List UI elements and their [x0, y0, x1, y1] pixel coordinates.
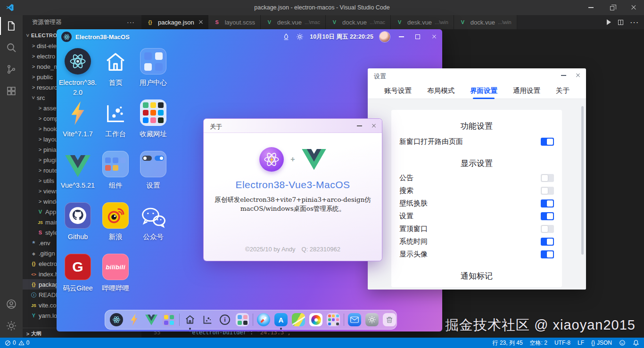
- workbench-chart-icon: [103, 101, 128, 126]
- settings-tab-account[interactable]: 账号设置: [384, 83, 412, 99]
- window-title: package.json - electron-macos - Visual S…: [94, 0, 550, 15]
- explorer-icon[interactable]: [0, 15, 23, 37]
- split-editor-icon[interactable]: [618, 20, 623, 25]
- language-mode[interactable]: {}JSON: [591, 340, 612, 346]
- dock-appstore-icon[interactable]: [274, 313, 288, 327]
- app-close-icon[interactable]: [429, 29, 439, 44]
- settings-toggles-icon: [140, 151, 166, 177]
- encoding[interactable]: UTF-8: [554, 340, 570, 346]
- settings-tab-interface[interactable]: 界面设置: [470, 83, 497, 99]
- desktop-icon-wechat[interactable]: 公众号: [133, 201, 173, 242]
- avatar[interactable]: [380, 32, 390, 42]
- chevron-icon: [37, 147, 43, 152]
- dock-workbench-icon[interactable]: [200, 313, 215, 327]
- app-maximize-icon[interactable]: [413, 29, 423, 44]
- tab-layout-scss[interactable]: layout.scss: [208, 15, 261, 29]
- desktop-icon-vite[interactable]: Vite^7.1.7: [58, 99, 98, 139]
- app-minimize-icon[interactable]: [396, 29, 406, 44]
- dock-mail-icon[interactable]: [347, 313, 362, 327]
- dock-launchpad-icon[interactable]: [326, 313, 340, 327]
- settings-tab-about[interactable]: 关于: [556, 83, 570, 99]
- about-close-icon[interactable]: [367, 119, 381, 133]
- info-file-icon: [31, 292, 36, 298]
- desktop-icon-gitee[interactable]: G 码云Gitee: [58, 253, 98, 293]
- settings-scrollbar[interactable]: [581, 106, 584, 255]
- desktop-icon-home[interactable]: 首页: [96, 47, 135, 88]
- errors-indicator[interactable]: 0: [5, 340, 16, 346]
- search-icon[interactable]: [0, 37, 23, 58]
- feedback-icon[interactable]: [619, 340, 626, 346]
- tab-desk-vue-mac[interactable]: desk.vue...\mac: [261, 15, 326, 29]
- desktop-icon-weibo[interactable]: 新浪: [96, 201, 135, 242]
- dock-widgets-icon[interactable]: [162, 313, 176, 327]
- desktop-icon-vue[interactable]: Vue^3.5.21: [58, 150, 98, 191]
- desktop-icon-components[interactable]: 组件: [96, 150, 135, 191]
- settings-card: 功能设置 新窗口打开路由页面 显示设置 公告 搜索 壁纸换肤 设置: [391, 110, 562, 287]
- desktop-icon-user-center[interactable]: 用户中心: [133, 47, 173, 88]
- dock-safari-icon[interactable]: [256, 313, 271, 327]
- warnings-indicator[interactable]: 0: [18, 340, 30, 346]
- toggle-new-window[interactable]: [541, 138, 554, 146]
- dock-separator: [253, 314, 253, 326]
- tab-dock-vue-mac[interactable]: dock.vue...\mac: [326, 15, 391, 29]
- app-settings-gear-icon[interactable]: [296, 33, 304, 41]
- tab-package-json[interactable]: package.json: [141, 15, 208, 29]
- dock-photos-icon[interactable]: [309, 313, 323, 327]
- desktop-icon-settings[interactable]: 设置: [133, 150, 173, 191]
- desktop-icon-github[interactable]: Github: [58, 201, 98, 242]
- tab-desk-vue-win[interactable]: desk.vue...\win: [391, 15, 454, 29]
- editor-more-icon[interactable]: ···: [630, 19, 639, 26]
- chevron-icon: [30, 43, 37, 49]
- electron-logo-icon: [61, 32, 72, 42]
- desktop-icon-electron[interactable]: Electron^38.2.0: [58, 47, 98, 98]
- dock-separator: [344, 314, 344, 326]
- account-icon[interactable]: [0, 293, 23, 315]
- wallpaper-skin-icon[interactable]: [282, 33, 290, 41]
- tab-close-icon[interactable]: [199, 20, 203, 24]
- settings-close-icon[interactable]: [571, 68, 585, 83]
- dock-trash-icon[interactable]: [382, 313, 396, 327]
- dock-system-settings-icon[interactable]: [365, 313, 379, 327]
- about-titlebar: 关于: [204, 119, 382, 133]
- about-minimize-icon[interactable]: [352, 119, 366, 133]
- desktop-icon-bilibili[interactable]: bilibili 哔哩哔哩: [96, 253, 135, 293]
- settings-minimize-icon[interactable]: [556, 68, 570, 83]
- settings-tab-layout[interactable]: 布局模式: [427, 83, 454, 99]
- setting-row-system-time: 系统时间: [391, 235, 562, 248]
- weibo-icon: [102, 202, 129, 229]
- toggle-avatar[interactable]: [541, 250, 554, 258]
- tab-dock-vue-win[interactable]: dock.vue...\win: [454, 15, 517, 29]
- dock-vite-icon[interactable]: [127, 313, 141, 327]
- desktop-icon-favorites[interactable]: 收藏网址: [133, 99, 173, 139]
- dock-user-center-icon[interactable]: [235, 313, 249, 327]
- dock-maps-icon[interactable]: [291, 313, 305, 327]
- dock-vue-icon[interactable]: [144, 313, 158, 327]
- extensions-icon[interactable]: [0, 80, 23, 102]
- restore-icon[interactable]: [602, 0, 623, 15]
- indentation[interactable]: 空格: 2: [530, 339, 547, 347]
- dock-about-info-icon[interactable]: [218, 313, 232, 327]
- dock-home-icon[interactable]: [183, 313, 197, 327]
- close-icon[interactable]: [623, 0, 644, 15]
- toggle-search[interactable]: [541, 187, 554, 195]
- html-file-icon: [30, 272, 37, 277]
- toggle-settings[interactable]: [541, 212, 554, 220]
- minimize-icon[interactable]: [580, 0, 602, 15]
- source-control-icon[interactable]: [0, 58, 23, 80]
- settings-gear-icon[interactable]: [0, 315, 23, 337]
- run-icon[interactable]: [607, 19, 611, 25]
- settings-body: 功能设置 新窗口打开路由页面 显示设置 公告 搜索 壁纸换肤 设置: [368, 99, 586, 290]
- desktop-icon-workbench[interactable]: 工作台: [96, 99, 135, 139]
- system-clock[interactable]: 10月10日 周五 22:20:25: [310, 33, 373, 41]
- toggle-wallpaper[interactable]: [541, 199, 554, 207]
- settings-tab-general[interactable]: 通用设置: [513, 83, 540, 99]
- eol[interactable]: LF: [578, 340, 584, 346]
- toggle-pin-window[interactable]: [541, 225, 554, 233]
- notifications-bell-icon[interactable]: [633, 340, 639, 346]
- explorer-more-icon[interactable]: ···: [127, 18, 135, 26]
- settings-titlebar: 设置: [368, 68, 586, 83]
- toggle-announcement[interactable]: [541, 174, 554, 182]
- toggle-system-time[interactable]: [541, 238, 554, 246]
- cursor-position[interactable]: 行 23, 列 45: [493, 339, 523, 347]
- dock-electron-icon[interactable]: [109, 313, 124, 327]
